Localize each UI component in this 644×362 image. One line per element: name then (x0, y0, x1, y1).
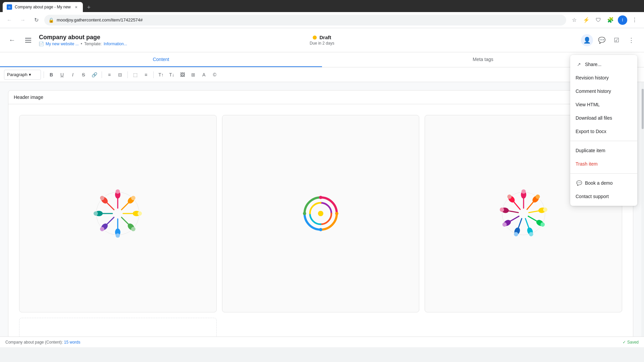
address-text: moodjoy.gathercontent.com/item/17422574# (57, 17, 562, 22)
puzzle-icon[interactable]: 🧩 (605, 15, 616, 25)
assign-button[interactable]: 👤 (581, 34, 593, 46)
page-meta: 📄 My new website ... • Template: Informa… (39, 42, 576, 46)
image-cell-1[interactable] (19, 115, 217, 312)
menu-item-share[interactable]: ↗ Share... (570, 58, 637, 71)
scrollbar-area[interactable] (641, 82, 644, 337)
app-header: ← Company about page 📄 My new website ..… (0, 28, 644, 52)
toolbar-separator-3 (127, 71, 128, 78)
image-section: ⊕ Add files (8, 104, 633, 337)
menu-item-view-html[interactable]: View HTML (570, 98, 637, 111)
hamburger-line-2 (25, 40, 31, 41)
team-image-3 (497, 187, 550, 240)
download-all-label: Download all files (576, 115, 612, 121)
book-demo-label: Book a demo (585, 180, 613, 186)
header-actions: 👤 💬 ☑ ⋮ (581, 34, 637, 46)
menu-button[interactable] (23, 35, 34, 46)
image-cell-2[interactable] (222, 115, 420, 312)
menu-item-duplicate[interactable]: Duplicate item (570, 144, 637, 157)
main-content: Header image </> (0, 82, 644, 337)
image-button[interactable]: 🖼 (178, 70, 187, 79)
scrollbar-thumb[interactable] (642, 89, 644, 129)
back-navigation-button[interactable]: ← (7, 35, 17, 46)
comment-history-label: Comment history (576, 88, 611, 94)
extensions-icon[interactable]: ⚡ (581, 15, 592, 25)
saved-label: Saved (627, 340, 639, 345)
menu-item-revision-history[interactable]: Revision history (570, 71, 637, 84)
menu-item-contact-support[interactable]: Contact support (570, 190, 637, 203)
table-button[interactable]: ⊞ (189, 70, 198, 79)
svg-line-20 (122, 218, 128, 224)
page-title: Company about page (39, 34, 576, 41)
toolbar-separator-2 (102, 71, 102, 78)
strikethrough-button[interactable]: S (79, 70, 88, 79)
bookmark-icon[interactable]: ☆ (569, 15, 580, 25)
superscript-button[interactable]: T↑ (156, 70, 166, 79)
subscript-button[interactable]: T↓ (167, 70, 176, 79)
bullet-list-button[interactable]: ≡ (105, 70, 114, 79)
profile-icon[interactable]: I (617, 15, 628, 25)
team-image-1 (91, 187, 145, 240)
paragraph-selector[interactable]: Paragraph ▾ (4, 70, 41, 80)
address-bar[interactable]: 🔒 moodjoy.gathercontent.com/item/1742257… (44, 15, 566, 25)
menu-item-trash[interactable]: Trash item (570, 157, 637, 171)
task-button[interactable]: ☑ (610, 34, 623, 46)
svg-point-2 (116, 189, 120, 194)
share-icon: ↗ (576, 61, 582, 68)
word-count: 15 words (64, 340, 80, 345)
toolbar-separator-1 (44, 71, 44, 78)
menu-item-export-docx[interactable]: Export to Docx (570, 125, 637, 138)
special-char-button[interactable]: © (210, 70, 219, 79)
text-color-button[interactable]: A (199, 70, 209, 79)
add-files-cell[interactable]: ⊕ Add files (19, 318, 217, 337)
svg-line-22 (107, 218, 114, 224)
comment-button[interactable]: 💬 (596, 34, 608, 46)
align-left-button[interactable]: ⬚ (130, 70, 140, 79)
svg-line-52 (529, 211, 538, 213)
menu-item-book-demo[interactable]: 💬 Book a demo (570, 176, 637, 190)
content-block: Header image </> (8, 90, 633, 337)
hamburger-line-3 (25, 42, 31, 43)
content-tabs: Content Meta tags (0, 52, 644, 67)
tab-content[interactable]: Content (0, 52, 322, 67)
svg-line-53 (528, 216, 537, 221)
view-html-label: View HTML (576, 102, 600, 107)
svg-point-6 (138, 212, 142, 216)
menu-item-comment-history[interactable]: Comment history (570, 84, 637, 98)
team-image-2 (294, 187, 347, 240)
link-button[interactable]: 🔗 (90, 70, 99, 79)
shield-icon[interactable]: 🛡 (593, 15, 604, 25)
svg-point-28 (319, 228, 322, 232)
forward-button[interactable]: → (17, 15, 28, 25)
browser-toolbar-icons: ☆ ⚡ 🛡 🧩 I ⋮ (569, 15, 640, 25)
editor-area: Header image </> (0, 82, 641, 337)
bottom-bar: Company about page (Content): 15 words ✓… (0, 337, 644, 347)
profile-avatar: I (618, 15, 627, 25)
new-tab-button[interactable]: + (84, 3, 94, 12)
duplicate-label: Duplicate item (576, 148, 605, 153)
template-link[interactable]: Information... (104, 42, 127, 46)
svg-line-51 (527, 202, 533, 209)
bold-button[interactable]: B (47, 70, 56, 79)
more-menu-button[interactable]: ⋮ (625, 34, 637, 46)
breadcrumb-link[interactable]: My new website ... (46, 42, 79, 46)
align-center-button[interactable]: ≡ (141, 70, 151, 79)
block-title: Header image (14, 95, 43, 100)
tab-favicon: G (7, 4, 12, 10)
active-tab[interactable]: G Company about page - My new ✕ (3, 2, 83, 12)
status-badge[interactable]: Draft (313, 35, 331, 40)
more-options-icon[interactable]: ⋮ (629, 15, 640, 25)
menu-item-download-all[interactable]: Download all files (570, 111, 637, 125)
tab-title: Company about page - My new (15, 5, 71, 9)
numbered-list-button[interactable]: ⊟ (115, 70, 125, 79)
underline-button[interactable]: U (57, 70, 67, 79)
back-button[interactable]: ← (4, 15, 15, 25)
trash-label: Trash item (576, 161, 598, 167)
omnibar: ← → ↻ 🔒 moodjoy.gathercontent.com/item/1… (0, 12, 644, 28)
svg-line-24 (107, 203, 114, 210)
italic-button[interactable]: I (68, 70, 77, 79)
tab-close-button[interactable]: ✕ (73, 4, 79, 10)
svg-line-56 (511, 216, 519, 221)
revision-label: Revision history (576, 75, 609, 80)
page-info: Company about page 📄 My new website ... … (39, 34, 576, 46)
reload-button[interactable]: ↻ (31, 15, 42, 25)
